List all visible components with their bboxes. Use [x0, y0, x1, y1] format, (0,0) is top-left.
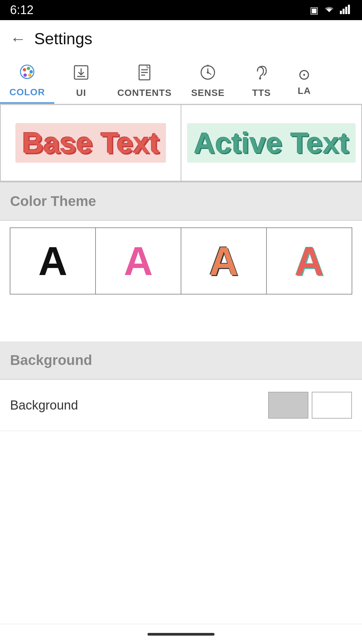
download-box-icon	[72, 64, 90, 85]
tab-contents-label: CONTENTS	[117, 88, 172, 98]
background-section: Background Background	[0, 341, 362, 431]
background-section-header: Background	[0, 341, 362, 379]
svg-line-20	[208, 72, 211, 74]
theme-letter-pink: A	[124, 238, 153, 284]
svg-point-22	[259, 77, 261, 79]
background-row: Background	[0, 380, 362, 431]
preview-area: Base Text Active Text	[0, 104, 362, 182]
svg-rect-3	[348, 5, 350, 14]
tab-contents[interactable]: CONTENTS	[108, 57, 181, 104]
tab-ui[interactable]: UI	[54, 57, 108, 104]
nav-home-indicator[interactable]	[147, 633, 215, 636]
tab-tts-label: TTS	[252, 88, 271, 98]
color-theme-grid: A A A A	[0, 221, 362, 305]
theme-letter-orange-shadow: A	[209, 238, 238, 284]
svg-point-7	[29, 70, 33, 73]
tab-ui-label: UI	[76, 88, 86, 98]
tab-la[interactable]: ⊙ LA	[288, 57, 320, 104]
theme-letter-red-teal: A	[295, 238, 324, 284]
bottom-padding	[0, 431, 362, 465]
status-icons: ▣	[310, 4, 352, 16]
color-theme-section-header: Color Theme	[0, 182, 362, 220]
wifi-icon	[322, 4, 336, 16]
page-title: Settings	[34, 30, 92, 48]
color-theme-title: Color Theme	[10, 193, 96, 209]
status-time: 6:12	[10, 3, 34, 17]
active-text-preview: Active Text	[187, 123, 356, 163]
tab-sense-label: SENSE	[191, 88, 225, 98]
base-text-preview: Base Text	[15, 123, 166, 163]
tab-color[interactable]: COLOR	[0, 57, 54, 104]
theme-letter-plain: A	[38, 238, 67, 284]
svg-rect-2	[345, 7, 347, 14]
tab-bar: COLOR UI CONTENTS	[0, 57, 362, 104]
swatch-gray[interactable]	[268, 392, 308, 419]
background-swatches	[268, 392, 352, 419]
ear-icon	[253, 64, 270, 85]
swatch-white[interactable]	[312, 392, 352, 419]
theme-option-4[interactable]: A	[266, 227, 352, 294]
background-label: Background	[10, 398, 78, 413]
spacer	[0, 305, 362, 325]
palette-icon	[18, 63, 36, 84]
svg-rect-1	[343, 9, 345, 14]
tab-sense[interactable]: SENSE	[181, 57, 235, 104]
document-icon	[136, 64, 153, 85]
theme-option-3[interactable]: A	[181, 227, 267, 294]
sim-icon: ▣	[310, 5, 318, 16]
status-bar: 6:12 ▣	[0, 0, 362, 20]
svg-point-6	[27, 67, 30, 70]
svg-rect-0	[340, 11, 342, 14]
tab-tts[interactable]: TTS	[235, 57, 288, 104]
svg-point-5	[23, 68, 26, 71]
top-bar: ← Settings	[0, 20, 362, 57]
theme-option-1[interactable]: A	[10, 227, 96, 294]
tab-color-label: COLOR	[9, 87, 45, 98]
base-text-panel[interactable]: Base Text	[0, 104, 181, 181]
svg-point-9	[23, 73, 27, 77]
nav-bar	[0, 624, 362, 644]
signal-icon	[340, 4, 352, 16]
svg-point-8	[28, 73, 32, 77]
tab-la-label: LA	[298, 86, 311, 96]
clock-download-icon	[199, 64, 217, 85]
la-icon: ⊙	[298, 66, 310, 83]
theme-option-2[interactable]: A	[95, 227, 181, 294]
active-text-panel[interactable]: Active Text	[181, 104, 362, 181]
background-section-title: Background	[10, 352, 92, 368]
back-button[interactable]: ←	[10, 30, 26, 48]
